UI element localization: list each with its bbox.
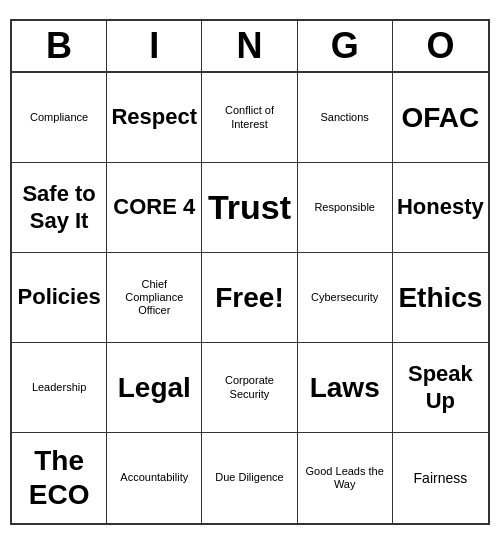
header-letter: N bbox=[202, 21, 297, 71]
bingo-cell: The ECO bbox=[12, 433, 107, 523]
cell-text: Conflict of Interest bbox=[206, 104, 292, 130]
header-letter: I bbox=[107, 21, 202, 71]
bingo-header: BINGO bbox=[12, 21, 488, 73]
bingo-cell: Respect bbox=[107, 73, 202, 163]
cell-text: Laws bbox=[310, 371, 380, 405]
bingo-cell: Ethics bbox=[393, 253, 488, 343]
cell-text: Chief Compliance Officer bbox=[111, 278, 197, 318]
bingo-cell: Trust bbox=[202, 163, 297, 253]
bingo-cell: Leadership bbox=[12, 343, 107, 433]
cell-text: Legal bbox=[118, 371, 191, 405]
bingo-cell: Good Leads the Way bbox=[298, 433, 393, 523]
cell-text: CORE 4 bbox=[113, 194, 195, 220]
cell-text: Safe to Say It bbox=[16, 181, 102, 234]
cell-text: Compliance bbox=[30, 111, 88, 124]
cell-text: Trust bbox=[208, 187, 291, 228]
cell-text: Respect bbox=[111, 104, 197, 130]
cell-text: Leadership bbox=[32, 381, 86, 394]
cell-text: Responsible bbox=[314, 201, 375, 214]
bingo-cell: Conflict of Interest bbox=[202, 73, 297, 163]
bingo-card: BINGO ComplianceRespectConflict of Inter… bbox=[10, 19, 490, 525]
bingo-cell: CORE 4 bbox=[107, 163, 202, 253]
header-letter: G bbox=[298, 21, 393, 71]
cell-text: Due Diligence bbox=[215, 471, 283, 484]
bingo-cell: Cybersecurity bbox=[298, 253, 393, 343]
cell-text: OFAC bbox=[402, 101, 480, 135]
cell-text: Accountability bbox=[120, 471, 188, 484]
bingo-cell: Safe to Say It bbox=[12, 163, 107, 253]
bingo-cell: Responsible bbox=[298, 163, 393, 253]
bingo-cell: Corporate Security bbox=[202, 343, 297, 433]
cell-text: Fairness bbox=[414, 470, 468, 487]
bingo-cell: Sanctions bbox=[298, 73, 393, 163]
cell-text: Speak Up bbox=[397, 361, 484, 414]
cell-text: Sanctions bbox=[321, 111, 369, 124]
bingo-cell: Speak Up bbox=[393, 343, 488, 433]
cell-text: Cybersecurity bbox=[311, 291, 378, 304]
cell-text: Ethics bbox=[398, 281, 482, 315]
bingo-cell: Chief Compliance Officer bbox=[107, 253, 202, 343]
bingo-cell: Honesty bbox=[393, 163, 488, 253]
header-letter: B bbox=[12, 21, 107, 71]
cell-text: Corporate Security bbox=[206, 374, 292, 400]
bingo-cell: OFAC bbox=[393, 73, 488, 163]
cell-text: Honesty bbox=[397, 194, 484, 220]
bingo-grid: ComplianceRespectConflict of InterestSan… bbox=[12, 73, 488, 523]
cell-text: Free! bbox=[215, 281, 283, 315]
header-letter: O bbox=[393, 21, 488, 71]
bingo-cell: Compliance bbox=[12, 73, 107, 163]
cell-text: Policies bbox=[18, 284, 101, 310]
cell-text: The ECO bbox=[16, 444, 102, 511]
bingo-cell: Policies bbox=[12, 253, 107, 343]
bingo-cell: Free! bbox=[202, 253, 297, 343]
bingo-cell: Due Diligence bbox=[202, 433, 297, 523]
cell-text: Good Leads the Way bbox=[302, 465, 388, 491]
bingo-cell: Fairness bbox=[393, 433, 488, 523]
bingo-cell: Accountability bbox=[107, 433, 202, 523]
bingo-cell: Laws bbox=[298, 343, 393, 433]
bingo-cell: Legal bbox=[107, 343, 202, 433]
